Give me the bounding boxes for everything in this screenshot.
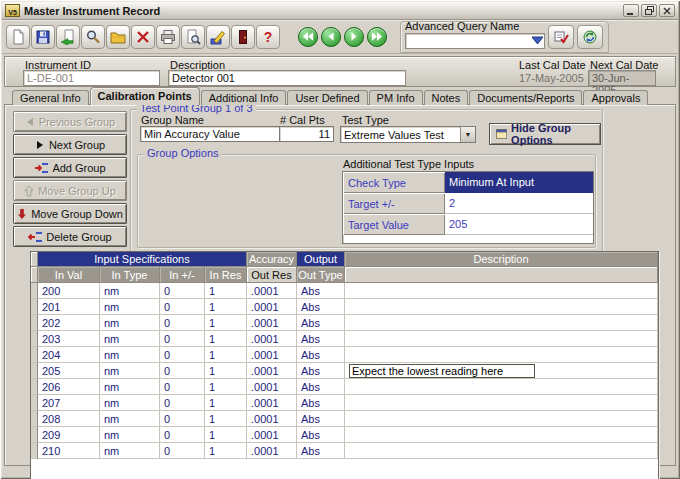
tab-pm-info[interactable]: PM Info <box>369 90 423 105</box>
grid-cell[interactable]: 1 <box>205 379 247 395</box>
next-group-button[interactable]: Next Group <box>13 134 127 155</box>
grid-cell[interactable]: 210 <box>38 443 100 459</box>
grid-cell[interactable]: 207 <box>38 395 100 411</box>
grid-cell-description[interactable] <box>345 299 658 315</box>
grid-cell[interactable]: 208 <box>38 411 100 427</box>
grid-cell[interactable]: 204 <box>38 347 100 363</box>
grid-cell[interactable]: Abs <box>297 379 345 395</box>
refresh-query-button[interactable] <box>577 25 603 49</box>
grid-group-header-cell[interactable] <box>31 252 38 267</box>
grid-cell[interactable]: nm <box>100 347 160 363</box>
grid-cell[interactable]: .0001 <box>247 427 297 443</box>
grid-col-header-in-res[interactable]: In Res <box>205 267 247 283</box>
grid-cell[interactable]: .0001 <box>247 331 297 347</box>
grid-cell[interactable]: nm <box>100 363 160 379</box>
row-selector-cell[interactable] <box>31 347 38 363</box>
move-group-down-button[interactable]: Move Group Down <box>13 203 127 224</box>
grid-col-header-in[interactable]: In +/- <box>160 267 205 283</box>
grid-cell[interactable]: nm <box>100 315 160 331</box>
table-row[interactable]: 201nm01.0001Abs <box>31 299 658 315</box>
grid-cell[interactable]: Abs <box>297 283 345 299</box>
grid-group-header-cell[interactable]: Accuracy <box>247 252 297 267</box>
row-selector-cell[interactable] <box>31 315 38 331</box>
tab-user-defined[interactable]: User Defined <box>287 90 367 105</box>
row-selector-cell[interactable] <box>31 331 38 347</box>
grid-cell[interactable]: 1 <box>205 347 247 363</box>
grid-cell-description[interactable] <box>345 411 658 427</box>
grid-col-header-out-res[interactable]: Out Res <box>247 267 297 283</box>
grid-cell-description[interactable] <box>345 315 658 331</box>
grid-group-header-cell[interactable]: Output <box>297 252 345 267</box>
grid-group-header-cell[interactable]: Input Specifications <box>38 252 247 267</box>
grid-cell[interactable]: nm <box>100 299 160 315</box>
help-button[interactable]: ? <box>256 25 280 49</box>
row-selector-cell[interactable] <box>31 443 38 459</box>
grid-cell[interactable]: nm <box>100 443 160 459</box>
grid-cell[interactable]: Abs <box>297 411 345 427</box>
row-selector-cell[interactable] <box>31 427 38 443</box>
grid-cell[interactable]: 1 <box>205 427 247 443</box>
table-row[interactable]: 203nm01.0001Abs <box>31 331 658 347</box>
grid-cell[interactable]: nm <box>100 331 160 347</box>
table-row[interactable]: 209nm01.0001Abs <box>31 427 658 443</box>
row-selector-cell[interactable] <box>31 411 38 427</box>
grid-cell[interactable]: nm <box>100 283 160 299</box>
tab-approvals[interactable]: Approvals <box>583 90 648 105</box>
grid-cell[interactable]: 201 <box>38 299 100 315</box>
ati-value-target-value[interactable]: 205 <box>445 214 593 235</box>
advanced-query-combo[interactable] <box>405 33 545 49</box>
grid-cell-description[interactable] <box>345 443 658 459</box>
find-record-button[interactable] <box>81 25 105 49</box>
grid-cell-description[interactable] <box>345 347 658 363</box>
next-record-button[interactable] <box>344 27 364 47</box>
grid-cell[interactable]: 1 <box>205 443 247 459</box>
grid-cell[interactable]: 200 <box>38 283 100 299</box>
grid-cell[interactable]: 1 <box>205 411 247 427</box>
row-selector-cell[interactable] <box>31 299 38 315</box>
table-row[interactable]: 206nm01.0001Abs <box>31 379 658 395</box>
tab-notes[interactable]: Notes <box>424 90 469 105</box>
grid-cell[interactable]: 0 <box>160 411 205 427</box>
grid-group-header-cell[interactable]: Description <box>345 252 658 267</box>
grid-cell[interactable]: Abs <box>297 331 345 347</box>
grid-cell-description[interactable] <box>345 379 658 395</box>
grid-col-header-in-val[interactable]: In Val <box>38 267 100 283</box>
table-row[interactable]: 204nm01.0001Abs <box>31 347 658 363</box>
grid-cell[interactable]: 202 <box>38 315 100 331</box>
edit-record-button[interactable] <box>206 25 230 49</box>
grid-cell[interactable]: 1 <box>205 299 247 315</box>
grid-cell[interactable]: Abs <box>297 315 345 331</box>
cal-pts-field[interactable] <box>279 126 334 142</box>
row-selector-cell[interactable] <box>31 379 38 395</box>
grid-cell[interactable]: nm <box>100 379 160 395</box>
grid-cell[interactable]: 1 <box>205 283 247 299</box>
ati-label-target-value[interactable]: Target Value <box>343 214 445 235</box>
print-preview-button[interactable] <box>181 25 205 49</box>
table-row[interactable]: 202nm01.0001Abs <box>31 315 658 331</box>
grid-cell-description[interactable] <box>345 283 658 299</box>
grid-cell[interactable]: .0001 <box>247 443 297 459</box>
grid-cell[interactable]: 0 <box>160 331 205 347</box>
ati-value-check-type[interactable]: Minimum At Input <box>445 172 593 193</box>
grid-cell[interactable]: .0001 <box>247 299 297 315</box>
grid-cell[interactable]: .0001 <box>247 347 297 363</box>
grid-cell-description[interactable] <box>345 395 658 411</box>
grid-cell-description[interactable]: Expect the lowest reading here <box>345 363 658 379</box>
ati-value-target[interactable]: 2 <box>445 193 593 214</box>
grid-cell[interactable]: Abs <box>297 299 345 315</box>
row-selector-cell[interactable] <box>31 363 38 379</box>
grid-cell[interactable]: 205 <box>38 363 100 379</box>
grid-cell[interactable]: nm <box>100 395 160 411</box>
last-record-button[interactable] <box>367 27 387 47</box>
grid-cell[interactable]: Abs <box>297 347 345 363</box>
grid-cell[interactable]: 209 <box>38 427 100 443</box>
grid-cell[interactable]: .0001 <box>247 283 297 299</box>
revert-record-button[interactable] <box>56 25 80 49</box>
grid-cell[interactable]: .0001 <box>247 379 297 395</box>
grid-cell[interactable]: Abs <box>297 395 345 411</box>
grid-cell-description[interactable] <box>345 331 658 347</box>
grid-cell[interactable]: 0 <box>160 427 205 443</box>
print-record-button[interactable] <box>156 25 180 49</box>
grid-cell[interactable]: .0001 <box>247 395 297 411</box>
grid-cell[interactable]: 0 <box>160 395 205 411</box>
